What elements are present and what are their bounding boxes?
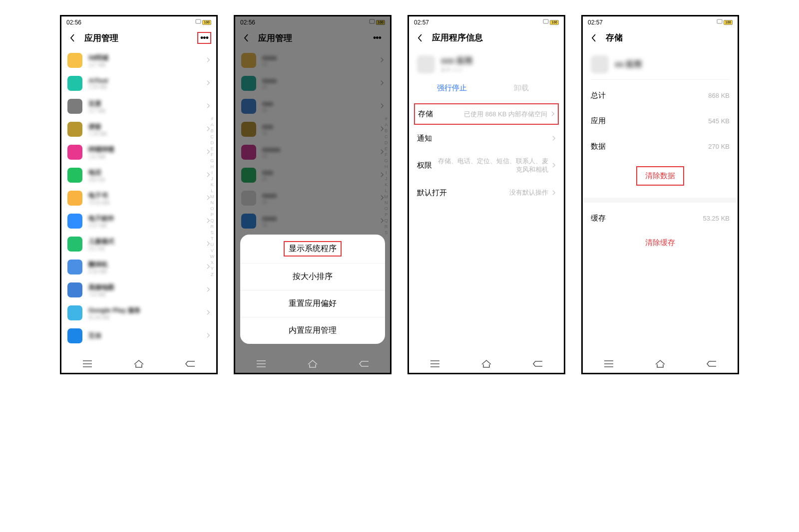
app-row[interactable]: 电话250 KB: [67, 164, 210, 187]
open-default-label: 默认打开: [417, 188, 447, 198]
nav-back-icon[interactable]: [359, 360, 370, 367]
app-row[interactable]: 58同城127 MB: [67, 49, 210, 72]
app-name: Google Play 服务: [88, 306, 207, 315]
nav-menu-icon[interactable]: [429, 360, 440, 368]
page-title: 应用程序信息: [432, 32, 483, 43]
chevron-right-icon: [552, 161, 556, 170]
app-row[interactable]: 翻译机6.58 MB: [67, 256, 210, 278]
app-name: 电话: [88, 168, 207, 177]
app-row[interactable]: AiTool2.84 MB: [67, 72, 210, 95]
force-stop-button[interactable]: 强行停止: [417, 83, 486, 93]
back-button[interactable]: [67, 33, 77, 43]
app-list[interactable]: 58同城127 MB AiTool2.84 MB 百度117 MB 便签1.34…: [61, 49, 216, 347]
storage-row[interactable]: 存储 已使用 868 KB 内部存储空间: [414, 103, 559, 125]
chevron-right-icon: [207, 56, 210, 65]
app-header: xx 应用: [591, 48, 730, 76]
app-header: xxx 应用 版本 x.x.x: [417, 48, 556, 76]
uninstall-button[interactable]: 卸载: [486, 83, 556, 93]
app-size: 714 MB: [88, 292, 207, 297]
app-row[interactable]: Google Play 服务55.84 MB: [67, 301, 210, 324]
nav-back-icon[interactable]: [532, 360, 543, 367]
data-size-label: 数据: [591, 142, 606, 151]
screen-app-list-menu: 02:56 100 应用管理 ••• xxxxxx xxxxxx xxxxx x…: [234, 15, 392, 374]
status-time: 02:56: [66, 19, 81, 26]
total-label: 总计: [591, 91, 606, 100]
app-icon: [417, 55, 435, 73]
app-name: 翻译机: [88, 260, 207, 269]
cache-value: 53.25 KB: [703, 214, 730, 223]
page-title: 应用管理: [84, 32, 118, 44]
alpha-index[interactable]: #ABCDEFGHIJKLMNOPQRSTUVWXYZ: [210, 116, 215, 277]
app-icon: [67, 260, 82, 274]
cache-row: 缓存 53.25 KB: [591, 206, 730, 231]
app-row[interactable]: 高德地图714 MB: [67, 278, 210, 301]
app-icon: [67, 53, 82, 68]
nav-menu-icon[interactable]: [256, 360, 267, 368]
app-size: 127 MB: [88, 62, 207, 68]
app-icon: [67, 305, 82, 320]
status-time: 02:57: [588, 19, 603, 26]
more-menu-button[interactable]: •••: [197, 32, 211, 44]
app-row[interactable]: 便签1.34 MB: [67, 118, 210, 141]
nav-back-icon[interactable]: [706, 360, 717, 367]
app-icon: [67, 282, 82, 297]
data-size-row: 数据 270 KB: [591, 134, 730, 159]
app-name: AiTool: [88, 77, 207, 84]
app-size-row: 应用 545 KB: [591, 108, 730, 134]
nav-menu-icon[interactable]: [82, 360, 93, 368]
menu-show-system-apps[interactable]: 显示系统程序: [240, 235, 385, 264]
app-size: 2.84 MB: [88, 84, 207, 90]
action-sheet: 显示系统程序 按大小排序 重置应用偏好 内置应用管理: [240, 235, 385, 344]
menu-builtin-app-mgmt[interactable]: 内置应用管理: [240, 317, 385, 344]
clear-data-button[interactable]: 清除数据: [591, 159, 730, 195]
app-size: 55.84 MB: [88, 315, 207, 320]
nav-menu-icon[interactable]: [603, 360, 614, 368]
app-row[interactable]: 互传: [67, 324, 210, 347]
app-row[interactable]: 哔哩哔哩115 MB: [67, 141, 210, 164]
nav-home-icon[interactable]: [655, 359, 666, 368]
nav-bar: [235, 355, 390, 373]
svg-rect-0: [196, 19, 201, 23]
battery-icon: 100: [724, 20, 733, 25]
open-by-default-row[interactable]: 默认打开 没有默认操作: [417, 181, 556, 205]
app-size: 117 MB: [88, 108, 207, 114]
sim-icon: [543, 18, 549, 26]
svg-rect-3: [717, 19, 722, 23]
nav-home-icon[interactable]: [481, 359, 492, 368]
app-icon: [67, 145, 82, 160]
nav-home-icon[interactable]: [307, 359, 318, 368]
app-name: 58同城: [88, 53, 207, 62]
page-title: 存储: [606, 32, 623, 43]
battery-icon: 100: [550, 20, 559, 25]
app-name: xxx 应用: [441, 56, 472, 66]
app-size: 79.63 MB: [88, 200, 207, 206]
app-row[interactable]: 百度117 MB: [67, 95, 210, 118]
app-icon: [67, 214, 82, 229]
app-row[interactable]: 儿童模式211 KB: [67, 233, 210, 256]
notifications-row[interactable]: 通知: [417, 127, 556, 150]
app-name: 百度: [88, 99, 207, 108]
app-size-value: 545 KB: [708, 116, 730, 126]
menu-sort-by-size[interactable]: 按大小排序: [240, 264, 385, 290]
data-size-value: 270 KB: [708, 142, 730, 151]
chevron-right-icon: [552, 134, 556, 143]
chevron-right-icon: [207, 285, 210, 294]
clear-cache-button[interactable]: 清除缓存: [591, 231, 730, 257]
app-row[interactable]: 电子邮件3.47 MB: [67, 210, 210, 233]
sim-icon: [195, 18, 201, 26]
app-name: 电子邮件: [88, 214, 207, 223]
chevron-right-icon: [207, 102, 210, 111]
back-button[interactable]: [415, 33, 425, 43]
app-icon: [67, 328, 82, 343]
app-version: 版本 x.x.x: [441, 66, 472, 73]
nav-home-icon[interactable]: [133, 359, 144, 368]
app-icon: [67, 237, 82, 252]
app-row[interactable]: 电子书79.63 MB: [67, 187, 210, 210]
app-icon: [591, 55, 609, 73]
nav-back-icon[interactable]: [185, 360, 196, 367]
chevron-right-icon: [207, 79, 210, 88]
total-value: 868 KB: [708, 91, 730, 100]
menu-reset-app-prefs[interactable]: 重置应用偏好: [240, 290, 385, 317]
back-button[interactable]: [589, 33, 599, 43]
permissions-row[interactable]: 权限 存储、电话、定位、短信、联系人、麦克风和相机: [417, 150, 556, 181]
